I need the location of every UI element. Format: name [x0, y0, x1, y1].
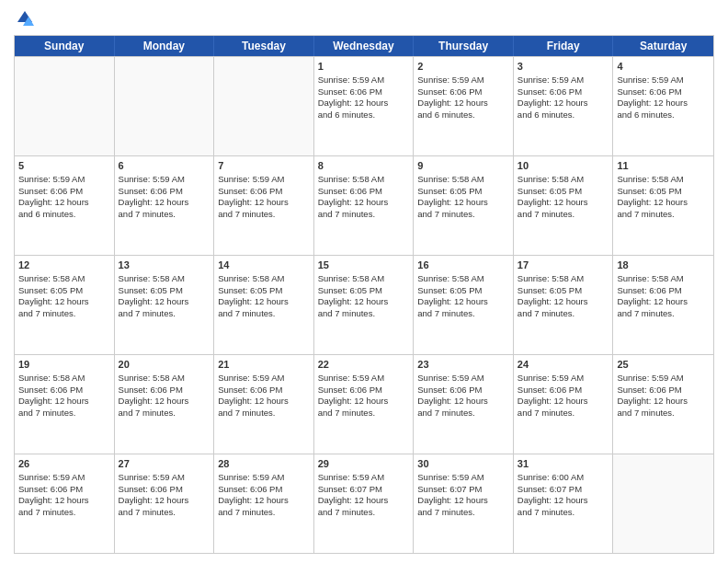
day-info-line: and 7 minutes. — [417, 507, 509, 519]
day-info-line: Daylight: 12 hours — [518, 197, 609, 209]
day-number: 31 — [518, 457, 609, 471]
calendar-cell: 12Sunrise: 5:58 AMSunset: 6:05 PMDayligh… — [15, 256, 115, 354]
day-info-line: Daylight: 12 hours — [119, 296, 210, 308]
day-info-line: Sunrise: 5:59 AM — [18, 472, 110, 484]
day-number: 2 — [417, 60, 509, 74]
day-info-line: Sunset: 6:06 PM — [617, 86, 710, 98]
calendar-row-1: 5Sunrise: 5:59 AMSunset: 6:06 PMDaylight… — [15, 155, 713, 255]
calendar-cell: 13Sunrise: 5:58 AMSunset: 6:05 PMDayligh… — [115, 256, 215, 354]
calendar-body: 1Sunrise: 5:59 AMSunset: 6:06 PMDaylight… — [15, 56, 713, 553]
day-number: 16 — [417, 259, 509, 272]
day-info-line: and 7 minutes. — [18, 408, 110, 419]
day-info-line: and 7 minutes. — [417, 408, 509, 419]
day-info-line: Sunrise: 5:58 AM — [119, 373, 210, 385]
logo-icon — [16, 9, 34, 28]
day-number: 10 — [518, 159, 609, 173]
page: SundayMondayTuesdayWednesdayThursdayFrid… — [0, 0, 728, 563]
calendar-row-0: 1Sunrise: 5:59 AMSunset: 6:06 PMDaylight… — [15, 56, 713, 155]
calendar-cell: 21Sunrise: 5:59 AMSunset: 6:06 PMDayligh… — [214, 355, 314, 454]
day-number: 28 — [218, 457, 310, 471]
day-number: 9 — [417, 159, 509, 173]
day-number: 11 — [617, 159, 710, 173]
day-info-line: Sunrise: 5:58 AM — [318, 174, 410, 186]
day-info-line: and 7 minutes. — [318, 308, 410, 320]
day-info-line: and 7 minutes. — [119, 408, 210, 419]
day-info-line: Sunrise: 5:59 AM — [318, 472, 410, 484]
day-number: 29 — [318, 457, 410, 471]
day-number: 26 — [18, 457, 110, 471]
calendar-cell: 23Sunrise: 5:59 AMSunset: 6:06 PMDayligh… — [414, 355, 514, 454]
day-number: 4 — [617, 60, 710, 74]
day-info-line: Daylight: 12 hours — [119, 197, 210, 209]
day-info-line: Sunset: 6:07 PM — [518, 484, 609, 496]
day-info-line: Daylight: 12 hours — [18, 495, 110, 507]
calendar-cell: 3Sunrise: 5:59 AMSunset: 6:06 PMDaylight… — [514, 57, 614, 155]
day-info-line: Sunset: 6:06 PM — [119, 484, 210, 496]
calendar-cell — [214, 57, 314, 155]
day-info-line: Sunset: 6:05 PM — [518, 285, 609, 297]
day-info-line: Sunrise: 5:59 AM — [119, 174, 210, 186]
day-info-line: Sunrise: 5:59 AM — [119, 472, 210, 484]
day-info-line: Sunset: 6:05 PM — [119, 285, 210, 297]
day-number: 19 — [18, 358, 110, 372]
day-info-line: and 7 minutes. — [617, 209, 710, 221]
day-info-line: and 7 minutes. — [218, 209, 310, 221]
day-info-line: Sunset: 6:06 PM — [119, 385, 210, 396]
day-info-line: Daylight: 12 hours — [318, 396, 410, 408]
calendar-header: SundayMondayTuesdayWednesdayThursdayFrid… — [15, 36, 713, 56]
calendar-cell — [115, 57, 215, 155]
day-number: 20 — [119, 358, 210, 372]
day-info-line: and 6 minutes. — [617, 109, 710, 121]
calendar-cell: 7Sunrise: 5:59 AMSunset: 6:06 PMDaylight… — [214, 156, 314, 255]
day-info-line: Sunset: 6:05 PM — [18, 285, 110, 297]
day-number: 18 — [617, 259, 710, 272]
day-number: 13 — [119, 259, 210, 272]
day-info-line: Daylight: 12 hours — [18, 197, 110, 209]
day-info-line: Sunset: 6:06 PM — [617, 285, 710, 297]
calendar-cell: 5Sunrise: 5:59 AMSunset: 6:06 PMDaylight… — [15, 156, 115, 255]
header-day-friday: Friday — [514, 36, 614, 56]
day-info-line: Sunrise: 5:59 AM — [18, 174, 110, 186]
day-number: 30 — [417, 457, 509, 471]
day-number: 14 — [218, 259, 310, 272]
day-info-line: Daylight: 12 hours — [318, 98, 410, 109]
day-info-line: Daylight: 12 hours — [119, 396, 210, 408]
calendar-row-4: 26Sunrise: 5:59 AMSunset: 6:06 PMDayligh… — [15, 454, 713, 553]
day-info-line: and 7 minutes. — [18, 507, 110, 519]
calendar-cell: 1Sunrise: 5:59 AMSunset: 6:06 PMDaylight… — [314, 57, 415, 155]
calendar-cell: 10Sunrise: 5:58 AMSunset: 6:05 PMDayligh… — [514, 156, 614, 255]
day-info-line: Sunrise: 5:58 AM — [617, 174, 710, 186]
day-info-line: Daylight: 12 hours — [417, 396, 509, 408]
calendar-cell: 8Sunrise: 5:58 AMSunset: 6:06 PMDaylight… — [314, 156, 415, 255]
day-info-line: Daylight: 12 hours — [518, 296, 609, 308]
day-info-line: Daylight: 12 hours — [617, 396, 710, 408]
day-info-line: and 6 minutes. — [18, 209, 110, 221]
logo — [14, 9, 34, 28]
day-info-line: and 7 minutes. — [218, 408, 310, 419]
day-info-line: and 7 minutes. — [119, 308, 210, 320]
day-info-line: Sunrise: 5:58 AM — [318, 273, 410, 285]
day-info-line: and 7 minutes. — [617, 308, 710, 320]
day-info-line: Sunset: 6:06 PM — [617, 385, 710, 396]
day-info-line: and 7 minutes. — [518, 507, 609, 519]
day-info-line: Sunset: 6:07 PM — [417, 484, 509, 496]
day-info-line: Daylight: 12 hours — [417, 98, 509, 109]
header-day-tuesday: Tuesday — [214, 36, 314, 56]
day-info-line: Daylight: 12 hours — [318, 296, 410, 308]
calendar-cell: 16Sunrise: 5:58 AMSunset: 6:05 PMDayligh… — [414, 256, 514, 354]
day-number: 1 — [318, 60, 410, 74]
day-number: 21 — [218, 358, 310, 372]
day-info-line: and 7 minutes. — [518, 209, 609, 221]
day-info-line: Sunrise: 5:58 AM — [119, 273, 210, 285]
calendar-cell: 9Sunrise: 5:58 AMSunset: 6:05 PMDaylight… — [414, 156, 514, 255]
day-info-line: Sunrise: 5:58 AM — [518, 273, 609, 285]
day-info-line: Sunrise: 5:59 AM — [318, 75, 410, 86]
calendar-cell: 4Sunrise: 5:59 AMSunset: 6:06 PMDaylight… — [613, 57, 713, 155]
day-info-line: Sunrise: 6:00 AM — [518, 472, 609, 484]
day-number: 23 — [417, 358, 509, 372]
calendar-cell: 22Sunrise: 5:59 AMSunset: 6:06 PMDayligh… — [314, 355, 415, 454]
header — [14, 9, 714, 28]
day-info-line: Daylight: 12 hours — [119, 495, 210, 507]
day-info-line: Sunrise: 5:59 AM — [518, 373, 609, 385]
day-info-line: and 7 minutes. — [119, 507, 210, 519]
